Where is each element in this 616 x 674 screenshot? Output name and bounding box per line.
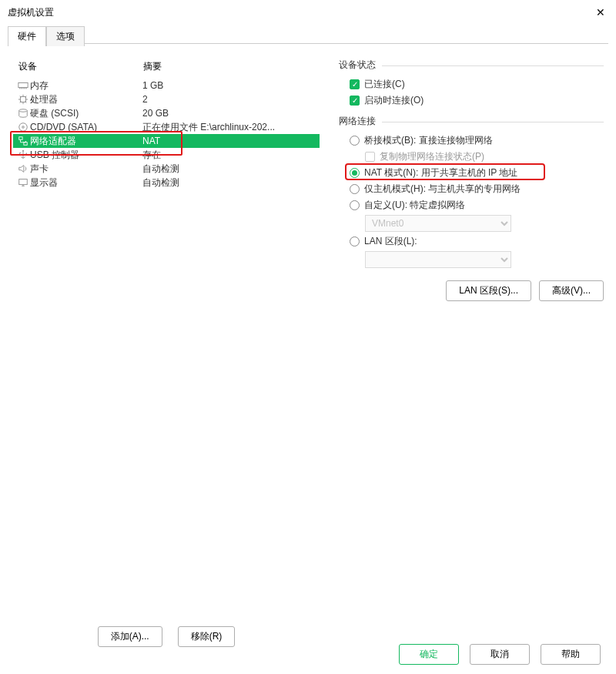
connected-checkbox[interactable]: ✓ [350,79,360,89]
column-summary: 摘要 [143,60,162,73]
dialog-footer: 确定 取消 帮助 [0,644,616,665]
device-row-usb[interactable]: USB 控制器存在 [13,148,320,162]
hostonly-radio[interactable] [350,184,360,194]
device-name: 硬盘 (SCSI) [30,107,142,120]
device-header: 设备 摘要 [12,54,320,78]
bridged-label: 桥接模式(B): 直接连接物理网络 [364,134,493,147]
tab-hardware[interactable]: 硬件 [8,26,46,46]
device-row-cpu[interactable]: 处理器2 [13,92,320,106]
network-legend: 网络连接 [339,115,604,128]
svg-point-3 [19,123,28,132]
svg-point-4 [22,126,25,129]
sound-icon [16,163,30,174]
svg-rect-8 [19,179,28,185]
connected-label: 已连接(C) [364,78,405,91]
nat-label: NAT 模式(N): 用于共享主机的 IP 地址 [364,166,517,179]
usb-icon [16,149,30,160]
device-status-group: 设备状态 ✓ 已连接(C) ✓ 启动时连接(O) [339,59,604,107]
custom-network-select: VMnet0 [365,215,511,232]
custom-label: 自定义(U): 特定虚拟网络 [364,199,465,212]
svg-point-7 [22,150,24,152]
nat-radio[interactable] [350,168,360,178]
device-name: 处理器 [30,93,142,106]
device-summary: 20 GB [142,108,316,119]
tab-options[interactable]: 选项 [46,26,85,46]
cancel-button[interactable]: 取消 [470,644,530,665]
status-legend: 设备状态 [339,59,604,72]
device-row-cd[interactable]: CD/DVD (SATA)正在使用文件 E:\archlinux-202... [13,120,320,134]
svg-rect-6 [24,143,27,146]
help-button[interactable]: 帮助 [541,644,601,665]
lan-segments-button[interactable]: LAN 区段(S)... [446,280,531,301]
device-name: 声卡 [30,163,142,176]
device-row-network[interactable]: 网络适配器NAT [13,134,320,148]
device-summary: 2 [142,94,316,105]
column-device: 设备 [15,60,143,73]
lan-segment-label: LAN 区段(L): [364,235,417,248]
display-icon [16,177,30,188]
advanced-button[interactable]: 高级(V)... [539,280,604,301]
device-summary: 存在 [142,149,316,162]
device-summary: 自动检测 [142,176,316,189]
lan-segment-radio[interactable] [350,236,360,246]
network-connection-group: 网络连接 桥接模式(B): 直接连接物理网络 复制物理网络连接状态(P) NAT… [339,115,604,268]
device-name: 内存 [30,79,142,92]
close-icon[interactable]: ✕ [591,3,610,22]
device-row-sound[interactable]: 声卡自动检测 [13,162,320,176]
device-row-memory[interactable]: 内存1 GB [13,79,320,92]
device-row-disk[interactable]: 硬盘 (SCSI)20 GB [13,106,320,120]
device-name: 网络适配器 [30,135,142,148]
device-row-display[interactable]: 显示器自动检测 [13,176,320,189]
custom-radio[interactable] [350,200,360,210]
replicate-label: 复制物理网络连接状态(P) [380,150,484,163]
device-summary: 自动检测 [142,163,316,176]
device-name: 显示器 [30,176,142,189]
connect-at-power-label: 启动时连接(O) [364,94,424,107]
device-summary: 1 GB [142,80,316,91]
svg-rect-1 [21,97,26,102]
device-name: USB 控制器 [30,149,142,162]
bridged-radio[interactable] [350,136,360,146]
connect-at-power-checkbox[interactable]: ✓ [350,96,360,106]
cpu-icon [16,94,30,105]
device-summary: NAT [142,136,316,146]
window-title: 虚拟机设置 [8,6,54,19]
ok-button[interactable]: 确定 [399,644,459,665]
device-name: CD/DVD (SATA) [30,122,142,132]
hostonly-label: 仅主机模式(H): 与主机共享的专用网络 [364,183,521,196]
memory-icon [16,80,30,91]
disk-icon [16,108,30,119]
svg-point-2 [19,109,28,112]
titlebar: 虚拟机设置 ✕ [0,0,616,25]
svg-rect-0 [18,83,28,88]
lan-segment-select [365,251,511,268]
device-list: 内存1 GB处理器2硬盘 (SCSI)20 GBCD/DVD (SATA)正在使… [12,78,320,619]
svg-rect-5 [19,137,22,140]
replicate-checkbox [365,152,375,162]
network-icon [16,136,30,146]
device-summary: 正在使用文件 E:\archlinux-202... [142,121,316,134]
cd-icon [16,122,30,132]
